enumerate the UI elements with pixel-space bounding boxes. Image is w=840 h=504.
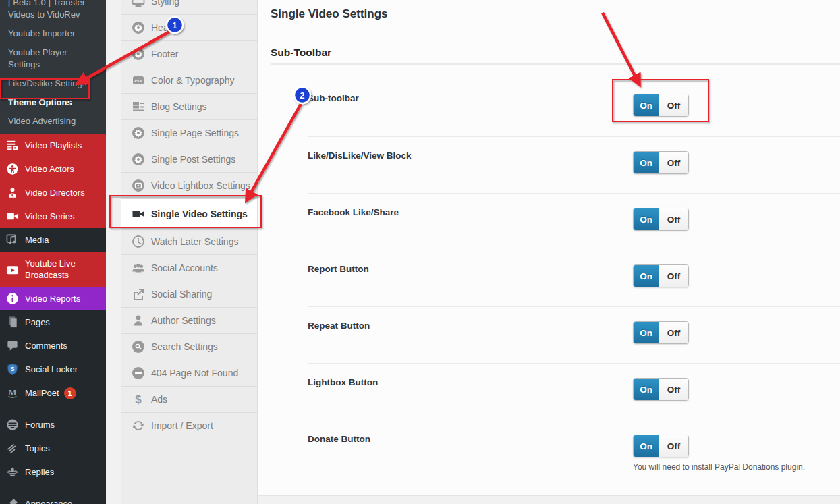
wp-admin-sidebar: [ Beta 1.0 ] Transfer Videos to VidoRev … — [0, 0, 106, 504]
dollar-icon — [132, 393, 145, 406]
sidebar-item-label: Video Directors — [25, 188, 85, 198]
toggle-on-button[interactable]: On — [634, 208, 659, 230]
sidebar-item-pages[interactable]: Pages — [0, 310, 106, 334]
sidebar-item-appearance[interactable]: Appearance — [0, 492, 106, 504]
toggle-on-button[interactable]: On — [634, 94, 659, 116]
sidebar-item-media[interactable]: Media — [0, 228, 106, 252]
options-item-label: 404 Page Not Found — [151, 368, 238, 379]
sidebar-item-video-actors[interactable]: Video Actors — [0, 157, 106, 181]
toggle-on-button[interactable]: On — [634, 379, 659, 400]
donate-button-toggle: On Off — [633, 435, 689, 457]
options-item-social-sharing[interactable]: Social Sharing — [121, 281, 257, 308]
setting-row-report-button: Report Button On Off — [308, 250, 840, 306]
options-item-video-lightbox-settings[interactable]: Video Lightbox Settings — [121, 173, 257, 199]
options-item-import-export[interactable]: Import / Export — [121, 413, 257, 439]
submenu-item-like-dislike-settings[interactable]: Like/Dislike Settings — [0, 74, 106, 93]
sidebar-item-video-directors[interactable]: Video Directors — [0, 181, 106, 204]
video-playlist-icon — [6, 139, 19, 152]
sidebar-item-label: MailPoet — [25, 388, 59, 398]
setting-label: Like/DisLike/View Block — [308, 137, 840, 161]
person-circle-icon — [6, 163, 19, 175]
sidebar-item-label: Video Series — [25, 211, 74, 221]
options-item-styling[interactable]: Styling — [121, 0, 257, 15]
options-item-blog-settings[interactable]: Blog Settings — [121, 94, 257, 120]
setting-label: Lightbox Button — [308, 364, 840, 387]
donate-note: You will need to install PayPal Donation… — [633, 462, 805, 472]
setting-label: Repeat Button — [308, 307, 840, 331]
submenu-item-transfer-videos[interactable]: [ Beta 1.0 ] Transfer Videos to VidoRev — [0, 0, 106, 24]
youtube-icon — [6, 263, 19, 276]
sidebar-item-label: Social Locker — [25, 364, 78, 374]
toggle-off-button[interactable]: Off — [659, 435, 688, 457]
submenu-item-youtube-importer[interactable]: Youtube Importer — [0, 24, 106, 43]
submenu-item-theme-options[interactable]: Theme Options — [0, 93, 106, 112]
options-item-footer[interactable]: Footer — [121, 41, 257, 67]
options-item-label: Single Video Settings — [151, 208, 248, 219]
options-item-single-post-settings[interactable]: Single Post Settings — [121, 146, 257, 173]
options-item-label: Ads — [151, 394, 167, 405]
sidebar-item-replies[interactable]: Replies — [0, 460, 106, 484]
sidebar-item-label: Video Playlists — [25, 140, 82, 150]
toggle-off-button[interactable]: Off — [659, 152, 688, 173]
sidebar-item-social-locker[interactable]: Social Locker — [0, 358, 106, 381]
toggle-on-button[interactable]: On — [634, 322, 659, 343]
toggle-on-button[interactable]: On — [634, 435, 659, 457]
submenu-item-youtube-player-settings[interactable]: Youtube Player Settings — [0, 43, 106, 74]
toggle-off-button[interactable]: Off — [659, 265, 688, 287]
vidorev-plugin-submenu: [ Beta 1.0 ] Transfer Videos to VidoRev … — [0, 0, 106, 134]
options-item-404-page[interactable]: 404 Page Not Found — [121, 360, 257, 387]
setting-row-sub-toolbar: Sub-toolbar On Off — [308, 80, 840, 136]
options-item-label: Search Settings — [151, 341, 218, 352]
person-icon — [132, 314, 145, 327]
setting-row-donate-button: Donate Button On Off You will need to in… — [308, 420, 840, 476]
sidebar-item-label: Media — [25, 235, 49, 245]
options-item-label: Header — [151, 22, 182, 33]
options-item-social-accounts[interactable]: Social Accounts — [121, 255, 257, 281]
setting-row-repeat-button: Repeat Button On Off — [308, 306, 840, 363]
options-item-single-video-settings[interactable]: Single Video Settings — [121, 199, 257, 229]
sidebar-item-topics[interactable]: Topics — [0, 437, 106, 460]
video-camera-icon — [6, 210, 19, 223]
options-item-label: Footer — [151, 49, 178, 59]
toggle-on-button[interactable]: On — [634, 265, 659, 287]
options-item-label: Color & Typography — [151, 75, 234, 86]
sidebar-item-comments[interactable]: Comments — [0, 334, 106, 358]
options-item-color-typography[interactable]: Color & Typography — [121, 67, 257, 94]
wp-admin-menu: Video Playlists Video Actors Video Direc… — [0, 134, 106, 504]
options-item-single-page-settings[interactable]: Single Page Settings — [121, 120, 257, 146]
sub-toolbar-toggle: On Off — [633, 94, 689, 117]
submenu-item-video-advertising[interactable]: Video Advertising — [0, 112, 106, 131]
options-item-author-settings[interactable]: Author Settings — [121, 308, 257, 334]
sidebar-item-label: Appearance — [25, 499, 72, 504]
options-item-label: Video Lightbox Settings — [151, 180, 250, 191]
toggle-off-button[interactable]: Off — [659, 208, 688, 230]
gear-circle-icon — [132, 21, 145, 34]
toggle-off-button[interactable]: Off — [659, 94, 688, 116]
gear-circle-icon — [132, 152, 145, 166]
mailpoet-count-badge: 1 — [64, 387, 76, 399]
sidebar-item-mailpoet[interactable]: MailPoet 1 — [0, 381, 106, 405]
sync-icon — [132, 419, 145, 432]
forums-icon — [6, 418, 19, 431]
setting-label: Sub-toolbar — [308, 80, 840, 103]
setting-row-facebook-like-share: Facebook Like/Share On Off — [308, 193, 840, 250]
options-item-search-settings[interactable]: Search Settings — [121, 334, 257, 360]
share-icon — [132, 287, 145, 301]
sidebar-item-video-reports[interactable]: Video Reports — [0, 287, 106, 310]
sidebar-item-forums[interactable]: Forums — [0, 413, 106, 437]
options-item-header[interactable]: Header — [121, 15, 257, 41]
page-title: Single Video Settings — [271, 7, 840, 21]
toggle-off-button[interactable]: Off — [659, 379, 688, 400]
sidebar-item-video-playlists[interactable]: Video Playlists — [0, 134, 106, 157]
sidebar-gap — [106, 0, 121, 504]
toggle-off-button[interactable]: Off — [659, 322, 688, 343]
info-icon — [6, 292, 19, 305]
sidebar-item-video-series[interactable]: Video Series — [0, 204, 106, 228]
video-camera-icon — [132, 207, 145, 221]
options-item-ads[interactable]: Ads — [121, 387, 257, 413]
topics-icon — [6, 442, 19, 455]
sidebar-item-youtube-live-broadcasts[interactable]: Youtube Live Broadcasts — [0, 252, 106, 287]
toggle-on-button[interactable]: On — [634, 152, 659, 173]
options-item-watch-later-settings[interactable]: Watch Later Settings — [121, 229, 257, 255]
media-icon — [6, 233, 19, 246]
